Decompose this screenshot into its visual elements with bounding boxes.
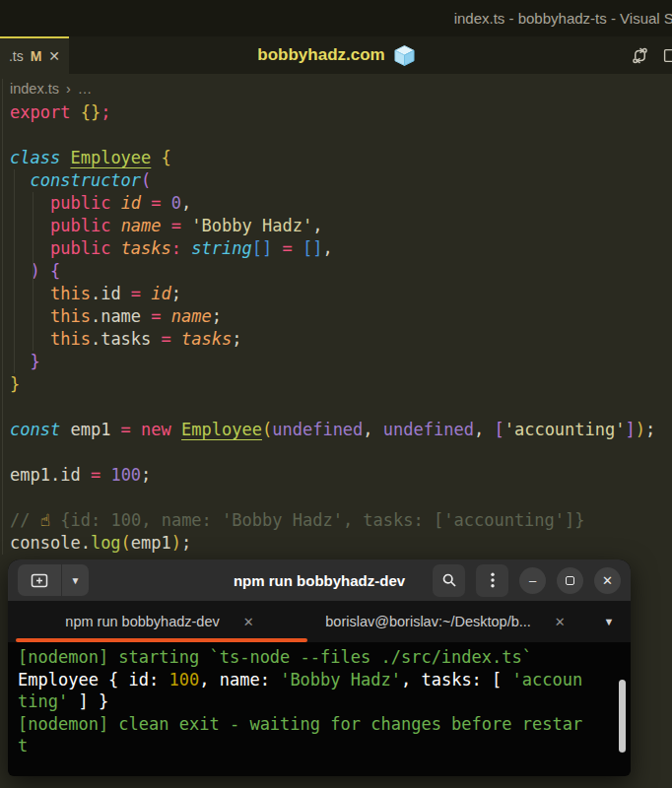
token: .tasks (91, 329, 162, 349)
token: 100 (110, 465, 141, 485)
token: emp1 (60, 420, 120, 439)
token: } (10, 374, 20, 394)
search-button[interactable] (433, 564, 465, 597)
token (110, 193, 120, 213)
token: ] } (68, 691, 108, 711)
token: ( (141, 170, 151, 190)
command-center-title: bobbyhadz.com (0, 36, 672, 74)
terminal-tabbar: npm run bobbyhadz-dev ✕ borislav@borisla… (8, 601, 631, 642)
tab-close-icon[interactable]: ✕ (243, 615, 254, 629)
token: {id: 100, name: 'Bobby Hadz', tasks: ['a… (50, 510, 584, 530)
token (162, 193, 171, 213)
terminal-actions: – ✕ (433, 564, 621, 597)
breadcrumb[interactable]: index.ts › … (0, 76, 672, 101)
token: class (10, 148, 60, 167)
modified-badge: M (31, 48, 42, 64)
token (131, 420, 141, 439)
token: , (322, 238, 332, 258)
terminal-output[interactable]: [nodemon] starting `ts-node --files ./sr… (8, 642, 631, 757)
split-editor-icon[interactable] (663, 47, 672, 64)
token (10, 329, 50, 349)
token: public (50, 216, 110, 235)
token: , tasks: [ (401, 670, 512, 690)
code-line: } (10, 373, 672, 396)
terminal-line: [nodemon] clean exit - waiting for chang… (18, 713, 621, 736)
code-line: } (10, 351, 672, 373)
token: ; (171, 284, 181, 303)
ice-cube-emoji (394, 44, 415, 67)
token: [] (302, 238, 322, 258)
terminal-line: t (18, 735, 621, 757)
token: ; (101, 102, 110, 122)
token (10, 216, 50, 235)
token: ( (121, 533, 131, 553)
token (110, 216, 120, 235)
token (10, 306, 50, 326)
menu-button[interactable] (476, 564, 508, 597)
editor-tabstrip: .ts M ✕ bobbyhadz.com (0, 36, 672, 74)
code-line: console.log(emp1); (10, 532, 672, 555)
token: Employee (70, 148, 151, 167)
new-tab-button[interactable] (18, 564, 61, 596)
code-line: this.tasks = tasks; (10, 328, 672, 351)
token: tasks (181, 329, 232, 349)
token: ; (141, 465, 151, 485)
editor-actions (631, 36, 672, 74)
minimize-icon: – (529, 574, 536, 587)
close-button[interactable]: ✕ (594, 567, 621, 594)
token: ting' (18, 691, 68, 711)
code-line (10, 441, 672, 464)
new-tab-group: ▼ (18, 564, 89, 596)
code-editor[interactable]: export {}; class Employee { constructor(… (0, 101, 672, 555)
token: undefined (272, 420, 363, 439)
terminal-scrollbar[interactable] (619, 680, 626, 753)
open-changes-icon[interactable] (631, 46, 649, 65)
code-line: public id = 0, (10, 192, 672, 215)
code-line: emp1.id = 100; (10, 464, 672, 487)
token: 100 (169, 670, 200, 690)
token: export (10, 102, 70, 122)
token (181, 216, 191, 235)
token: , (312, 216, 322, 235)
new-tab-dropdown[interactable]: ▼ (62, 564, 89, 596)
token: this (50, 306, 91, 326)
code-line: public tasks: string[] = [], (10, 237, 672, 260)
token: , (474, 420, 494, 439)
token (141, 284, 151, 303)
breadcrumb-file[interactable]: index.ts (10, 81, 59, 97)
maximize-button[interactable] (557, 567, 583, 594)
breadcrumb-separator-icon: › (66, 81, 71, 97)
token: log (91, 533, 121, 553)
tab-close-icon[interactable]: ✕ (555, 615, 566, 629)
token: console. (10, 533, 91, 553)
token: Employee (181, 420, 262, 439)
token: = (162, 329, 171, 349)
token (293, 238, 302, 258)
token: , (181, 193, 191, 213)
token: = (91, 465, 101, 485)
code-line (10, 487, 672, 509)
tab-close-icon[interactable]: ✕ (48, 49, 60, 63)
site-title: bobbyhadz.com (257, 45, 384, 65)
terminal-tab-label: npm run bobbyhadz-dev (65, 614, 219, 629)
terminal-tab-borislav[interactable]: borislav@borislav:~/Desktop/b... ✕ (311, 601, 579, 642)
code-line: this.id = id; (10, 283, 672, 305)
token: ] (626, 420, 636, 439)
token (171, 420, 181, 439)
code-line: const emp1 = new Employee(undefined, und… (10, 419, 672, 441)
token: = (151, 306, 161, 326)
code-line (10, 396, 672, 419)
terminal-line: [nodemon] starting `ts-node --files ./sr… (18, 646, 621, 669)
token (10, 193, 50, 213)
code-line: constructor( (10, 169, 672, 192)
window-title: index.ts - bobbyhadz-ts - Visual St (454, 10, 672, 27)
token: } (30, 352, 39, 371)
tabs-dropdown[interactable]: ▼ (587, 601, 631, 642)
breadcrumb-more[interactable]: … (78, 81, 93, 97)
token (101, 465, 110, 485)
terminal-tab-npm-run[interactable]: npm run bobbyhadz-dev ✕ (8, 601, 311, 642)
token: undefined (383, 420, 474, 439)
editor-tab-index-ts[interactable]: .ts M ✕ (0, 36, 69, 74)
minimize-button[interactable]: – (519, 567, 546, 594)
terminal-header[interactable]: ▼ npm run bobbyhadz-dev – (8, 559, 631, 601)
